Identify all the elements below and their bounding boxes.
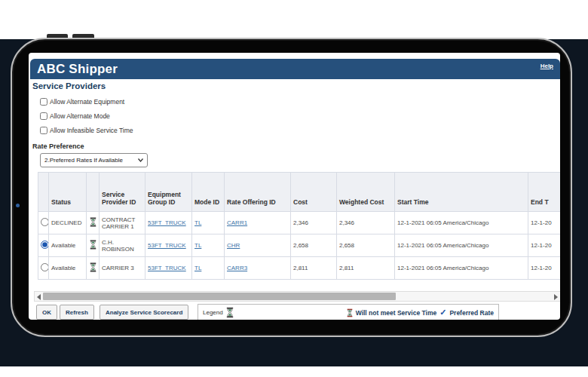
end-time-cell: 12-1-20 xyxy=(528,212,561,234)
status-cell: Available xyxy=(49,234,87,257)
scrollbar-thumb[interactable] xyxy=(43,293,396,300)
allow-alternate-equipment-option: Allow Alternate Equipment xyxy=(40,97,124,106)
legend: Legend Will not meet Service Time ✓ Pref… xyxy=(198,304,499,320)
legend-item-label: Preferred Rate xyxy=(449,309,494,317)
provider-column-header: Service Provider ID xyxy=(100,173,145,212)
weighted-cost-column-header: Weighted Cost xyxy=(337,173,395,212)
cost-column-header: Cost xyxy=(291,173,337,212)
horizontal-scrollbar[interactable] xyxy=(34,291,560,302)
analyze-service-scorecard-button[interactable]: Analyze Service Scorecard xyxy=(100,305,188,320)
icon-cell xyxy=(87,257,100,280)
rate-offering-link[interactable]: CARR3 xyxy=(227,265,247,271)
end-time-cell: 12-1-20 xyxy=(528,257,561,280)
help-link[interactable]: Help xyxy=(541,63,553,69)
checkbox-label: Allow Alternate Equipment xyxy=(50,98,124,106)
hourglass-icon xyxy=(90,262,96,272)
hourglass-icon xyxy=(226,307,234,318)
rate-offering-link[interactable]: CARR1 xyxy=(227,219,247,226)
start-time-cell: 12-1-2021 06:05 America/Chicago xyxy=(395,212,528,234)
tablet-camera-icon xyxy=(16,204,20,207)
equipment-link[interactable]: 53FT_TRUCK xyxy=(148,242,186,249)
status-cell: DECLINED xyxy=(49,212,87,234)
weighted-cost-cell: 2,346 xyxy=(337,212,395,234)
allow-alternate-mode-checkbox[interactable] xyxy=(40,112,47,120)
mode-link[interactable]: TL xyxy=(194,242,201,249)
hourglass-icon xyxy=(347,308,353,317)
check-icon: ✓ xyxy=(439,308,446,317)
row-1-radio[interactable] xyxy=(41,218,49,226)
start-time-column-header: Start Time xyxy=(395,173,528,212)
checkbox-label: Allow Infeasible Service Time xyxy=(50,127,133,134)
cost-cell: 2,658 xyxy=(291,234,337,257)
mode-column-header: Mode ID xyxy=(192,173,225,212)
row-3-radio[interactable] xyxy=(41,263,49,271)
equipment-link[interactable]: 53FT_TRUCK xyxy=(148,265,186,271)
rate-offering-link[interactable]: CHR xyxy=(227,242,240,249)
rate-preference-select[interactable]: 2.Preferred Rates If Available xyxy=(40,153,148,167)
rate-offering-column-header: Rate Offering ID xyxy=(225,173,291,212)
cost-cell: 2,811 xyxy=(291,257,337,280)
icon-column-header xyxy=(87,173,100,212)
checkbox-label: Allow Alternate Mode xyxy=(50,112,110,120)
icon-cell xyxy=(87,234,100,257)
scroll-right-icon[interactable] xyxy=(554,294,558,300)
page-title: Service Providers xyxy=(32,81,106,90)
providers-table: Status Service Provider ID Equipment Gro… xyxy=(38,172,560,282)
allow-infeasible-service-time-checkbox[interactable] xyxy=(40,127,47,134)
refresh-button[interactable]: Refresh xyxy=(60,305,94,320)
table-row: Available CARRIER 3 53FT_TRUCK TL CARR3 xyxy=(38,257,561,280)
mode-link[interactable]: TL xyxy=(194,219,201,226)
chevron-down-icon xyxy=(138,158,143,162)
rate-preference-value: 2.Preferred Rates If Available xyxy=(44,157,123,164)
row-2-radio[interactable] xyxy=(41,241,49,249)
provider-cell: C.H. ROBINSON xyxy=(100,234,145,257)
provider-cell: CARRIER 3 xyxy=(100,257,145,280)
end-time-cell: 12-1-20 xyxy=(528,234,561,257)
app-title: ABC Shipper xyxy=(30,62,118,77)
scroll-left-icon[interactable] xyxy=(37,294,41,300)
table-row: Available C.H. ROBINSON 53FT_TRUCK TL CH… xyxy=(38,234,561,257)
legend-title: Legend xyxy=(203,309,223,316)
hourglass-icon xyxy=(90,240,96,250)
hourglass-icon xyxy=(90,217,96,227)
allow-alternate-equipment-checkbox[interactable] xyxy=(40,98,47,106)
start-time-cell: 12-1-2021 06:05 America/Chicago xyxy=(395,257,528,280)
icon-cell xyxy=(87,212,100,234)
status-cell: Available xyxy=(49,257,87,280)
app-header-bar: ABC Shipper Help xyxy=(30,59,560,79)
weighted-cost-cell: 2,811 xyxy=(337,257,395,280)
app-screen: ABC Shipper Help Service Providers Allow… xyxy=(29,53,560,320)
allow-alternate-mode-option: Allow Alternate Mode xyxy=(40,111,110,121)
table-header-row: Status Service Provider ID Equipment Gro… xyxy=(38,173,561,212)
provider-cell: CONTRACT CARRIER 1 xyxy=(100,212,145,234)
weighted-cost-cell: 2,658 xyxy=(337,234,395,257)
legend-item-label: Will not meet Service Time xyxy=(356,309,436,317)
equipment-link[interactable]: 53FT_TRUCK xyxy=(148,219,186,226)
end-time-column-header: End T xyxy=(528,173,561,212)
mode-link[interactable]: TL xyxy=(194,265,201,271)
start-time-cell: 12-1-2021 06:05 America/Chicago xyxy=(395,234,528,257)
select-column-header xyxy=(38,173,49,212)
allow-infeasible-service-time-option: Allow Infeasible Service Time xyxy=(40,125,133,135)
status-column-header: Status xyxy=(49,173,87,212)
ok-button[interactable]: OK xyxy=(36,305,57,320)
table-row: DECLINED CONTRACT CARRIER 1 53FT_TRUCK T… xyxy=(38,212,561,234)
page-background: ABC Shipper Help Service Providers Allow… xyxy=(0,0,588,377)
equipment-column-header: Equipment Group ID xyxy=(145,173,192,212)
rate-preference-label: Rate Preference xyxy=(32,143,84,150)
cost-cell: 2,346 xyxy=(291,212,337,234)
